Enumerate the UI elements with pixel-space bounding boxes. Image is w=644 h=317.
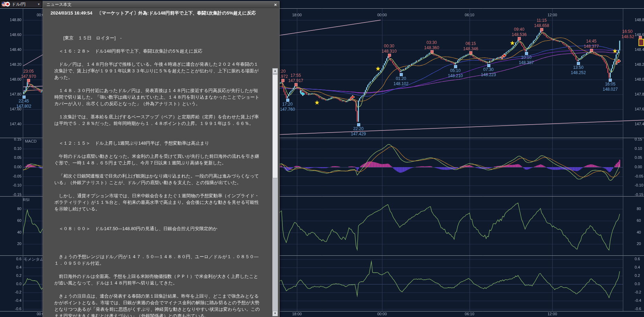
- arrow-down-icon[interactable]: [299, 90, 306, 97]
- extreme-time-label: 14:45: [580, 39, 602, 44]
- rsi-tick-label: 80: [637, 207, 641, 211]
- momentum-tick-label: 0.6: [635, 257, 640, 261]
- star-marker-icon[interactable]: ★: [510, 39, 515, 47]
- macd-tick-label: 0.05: [635, 155, 642, 160]
- time-axis-label: 12:00: [545, 312, 559, 316]
- rsi-tick-label: 20: [637, 242, 641, 246]
- macd-tick-label: 0.10: [0, 146, 21, 151]
- scrollbar-up-icon[interactable]: ▲: [272, 68, 278, 74]
- rsi-tick-label: 60: [0, 218, 21, 223]
- extreme-marker-square: [577, 62, 580, 65]
- price-tick-label: 148.80: [635, 18, 644, 22]
- scrollbar-thumb[interactable]: [272, 74, 278, 178]
- extreme-marker-square: [525, 52, 528, 55]
- news-paragraph: ドル／円は、１４８円台半ばで推移している。午後４時過ぎに連合が発表した２０２４年…: [54, 61, 262, 81]
- news-paragraph: ＜０８：００＞ ドル147.50―148.80円の見通し、日銀会合控え円安限定的…: [54, 225, 262, 232]
- price-tick-label: 148.80: [0, 18, 21, 22]
- extreme-marker-square: [294, 83, 298, 86]
- chevron-down-icon[interactable]: ▼: [37, 3, 40, 6]
- news-headline: 2024/03/15 16:49:54〔マーケットアイ〕外為:ドル148円前半で…: [43, 10, 267, 16]
- macd-panel-label: MACD: [25, 139, 37, 143]
- extreme-price-label: 147.429: [347, 132, 370, 136]
- extreme-time-label: 17:55: [285, 73, 307, 78]
- news-paragraph: きょうの予想レンジはドル／円が１４７．５０―１４８．８０円、ユーロ／ドルが１．０…: [54, 253, 262, 266]
- current-price-label: 148.52: [622, 34, 634, 39]
- star-marker-icon[interactable]: ★: [612, 47, 617, 55]
- extreme-time-label: 22:45: [13, 99, 35, 103]
- extreme-time-label: 17:20: [276, 102, 299, 107]
- extreme-price-label: 148.377: [580, 44, 602, 49]
- rsi-tick-label: 40: [637, 230, 641, 234]
- rsi-tick-label: 60: [637, 218, 641, 223]
- time-axis-label: 18:00: [290, 13, 304, 17]
- momentum-panel-label: モメンタム: [24, 257, 44, 262]
- news-window-titlebar[interactable]: ニュース本文 ×: [43, 1, 279, 8]
- star-marker-icon[interactable]: ★: [375, 65, 381, 72]
- momentum-tick-label: 0.0: [635, 282, 640, 286]
- extreme-time-label: 10:10: [515, 55, 537, 60]
- extreme-marker-square: [357, 123, 360, 126]
- extreme-price-label: 147.970: [17, 74, 39, 79]
- close-icon[interactable]: ×: [272, 2, 279, 7]
- arrow-up-icon[interactable]: [500, 53, 507, 60]
- extreme-time-label: 03:30: [421, 40, 443, 45]
- extreme-time-label: 16:05: [599, 82, 621, 87]
- extreme-price-label: 148.102: [390, 81, 412, 86]
- momentum-tick-label: 0.6: [0, 257, 21, 261]
- momentum-tick-label: 0.0: [0, 282, 21, 286]
- extreme-marker-square: [27, 79, 30, 82]
- extreme-time-label: 06:15: [460, 41, 482, 46]
- extreme-marker-square: [281, 79, 284, 82]
- momentum-tick-label: -0.4: [0, 298, 21, 302]
- price-tick-label: 148.60: [0, 33, 21, 37]
- macd-tick-label: 0.15: [0, 137, 21, 141]
- symbol-selector[interactable]: ドル/円 ▼: [1, 1, 42, 8]
- current-time-label: 16:50: [622, 29, 633, 34]
- news-paragraph: しかし、通貨オプション市場では、日米中銀会合をまたぐ１週間物の予想変動率（インプ…: [54, 192, 262, 212]
- momentum-tick-label: 0.4: [635, 265, 640, 269]
- time-axis-label: 18:00: [290, 312, 304, 316]
- news-paragraph: [東京 １５日 ロイター] -: [54, 35, 262, 41]
- extreme-marker-square: [22, 96, 26, 99]
- time-axis-label: 12:00: [545, 13, 559, 17]
- momentum-tick-label: 0.2: [635, 273, 640, 278]
- news-window: ニュース本文 × 2024/03/15 16:49:54〔マーケットアイ〕外為:…: [43, 1, 280, 317]
- news-scrollbar[interactable]: ▲ ▼: [272, 68, 278, 316]
- rsi-tick-label: 80: [0, 207, 21, 211]
- current-candle-highlight: [638, 39, 644, 46]
- extreme-marker-square: [609, 79, 612, 82]
- news-paragraph: きょうの注目点は、連合が発表する春闘の第１回集計結果。昨年を上回り、どこまで強含…: [54, 293, 262, 317]
- extreme-price-label: 148.387: [515, 60, 537, 65]
- symbol-selector-label: ドル/円: [12, 1, 37, 7]
- macd-tick-label: 0.00: [0, 165, 21, 169]
- macd-tick-label: 0.15: [635, 137, 642, 141]
- news-article-body: [東京 １５日 ロイター] - ＜１６：２８＞ ドル148円前半で上下、春闘1次…: [54, 35, 262, 317]
- extreme-price-label: 147.802: [13, 104, 35, 109]
- macd-tick-label: -0.10: [0, 183, 21, 187]
- scrollbar-down-icon[interactable]: ▼: [272, 311, 278, 316]
- arrow-up-icon[interactable]: [615, 58, 622, 65]
- macd-tick-label: 0.05: [0, 155, 21, 160]
- extreme-time-label: 09:40: [508, 27, 530, 32]
- extreme-time-label: 01:20: [390, 76, 412, 81]
- star-marker-icon[interactable]: ★: [314, 99, 319, 106]
- extreme-price-label: 148.310: [378, 49, 400, 54]
- extreme-time-label: 05:10: [444, 68, 466, 73]
- macd-tick-label: -0.05: [0, 174, 21, 178]
- macd-tick-label: 0.10: [635, 146, 642, 151]
- extreme-marker-square: [388, 54, 391, 57]
- extreme-price-label: 148.210: [444, 73, 466, 78]
- extreme-time-label: 23:05: [17, 69, 39, 74]
- extreme-marker-square: [430, 50, 434, 53]
- extreme-time-label: 13:50: [567, 65, 589, 70]
- extreme-marker-square: [590, 49, 593, 52]
- momentum-tick-label: -0.4: [635, 298, 641, 302]
- momentum-tick-label: -0.2: [635, 290, 641, 294]
- extreme-price-label: 148.360: [421, 45, 443, 50]
- extreme-time-label: 00:30: [378, 44, 400, 48]
- momentum-tick-label: -0.6: [0, 307, 21, 311]
- arrow-up-icon[interactable]: [349, 94, 356, 101]
- time-axis-label: 06:10: [463, 312, 477, 316]
- macd-tick-label: -0.15: [0, 192, 21, 197]
- news-paragraph: １次集計では、基本給を底上げするベースアップ（ベア）と定期昇給（定昇）を合わせた…: [54, 114, 262, 127]
